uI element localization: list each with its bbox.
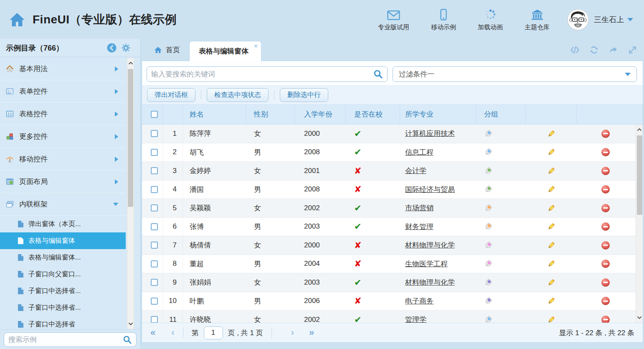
sidebar-group-layout[interactable]: 页面布局 xyxy=(0,171,126,193)
scrollbar-thumb[interactable] xyxy=(637,135,642,215)
tag-icon[interactable] xyxy=(484,222,492,231)
edit-icon[interactable] xyxy=(547,204,555,212)
tab-grid-edit-window[interactable]: 表格与编辑窗体 × xyxy=(189,41,261,61)
check-selection-button[interactable]: 检查选中项状态 xyxy=(207,88,269,102)
sidebar-subitem[interactable]: 表格与编辑窗体 xyxy=(0,232,126,249)
tab-home[interactable]: 首页 xyxy=(145,39,189,61)
tag-icon[interactable] xyxy=(484,316,492,323)
edit-icon[interactable] xyxy=(547,185,555,194)
row-checkbox[interactable] xyxy=(151,186,158,193)
delete-icon[interactable] xyxy=(601,148,610,156)
tag-icon[interactable] xyxy=(484,297,492,305)
sidebar-subitem[interactable]: 弹出窗体（本页... xyxy=(0,216,126,232)
scroll-down-icon[interactable] xyxy=(637,316,642,319)
col-header-group[interactable]: 分组 xyxy=(477,104,526,124)
sidebar-subitem[interactable]: 子窗口中选择省... xyxy=(0,283,126,299)
first-page-button[interactable]: « xyxy=(150,328,155,337)
tag-icon[interactable] xyxy=(484,278,492,287)
tag-icon[interactable] xyxy=(484,148,492,156)
filter-dropdown[interactable]: 过滤条件一 xyxy=(393,66,637,82)
delete-icon[interactable] xyxy=(601,260,610,268)
row-checkbox[interactable] xyxy=(151,223,158,230)
major-link[interactable]: 管理学 xyxy=(405,315,426,323)
edit-icon[interactable] xyxy=(547,222,555,231)
sidebar-group-grid[interactable]: 表格控件 xyxy=(0,103,126,125)
scroll-down-icon[interactable] xyxy=(128,322,133,326)
sidebar-scrollbar[interactable] xyxy=(127,58,134,329)
tag-icon[interactable] xyxy=(484,204,492,212)
major-link[interactable]: 电子商务 xyxy=(405,296,434,306)
major-link[interactable]: 计算机应用技术 xyxy=(405,129,455,138)
prev-page-button[interactable]: ‹ xyxy=(171,328,174,337)
refresh-icon[interactable] xyxy=(589,45,599,55)
table-scrollbar[interactable] xyxy=(636,125,643,323)
row-checkbox[interactable] xyxy=(151,242,158,249)
nav-item-loading-anim[interactable]: 加载动画 xyxy=(478,8,503,31)
tag-icon[interactable] xyxy=(484,241,492,250)
nav-item-mobile-demo[interactable]: 移动示例 xyxy=(431,8,456,31)
sidebar-group-basic[interactable]: 基本用法 xyxy=(0,58,126,80)
share-icon[interactable] xyxy=(609,45,618,55)
edit-icon[interactable] xyxy=(547,148,555,156)
delete-icon[interactable] xyxy=(601,204,610,212)
search-icon[interactable] xyxy=(373,69,383,79)
app-logo-home-icon[interactable] xyxy=(8,11,26,28)
sidebar-subitem[interactable]: 子窗口向父窗口... xyxy=(0,266,126,283)
delete-selected-button[interactable]: 删除选中行 xyxy=(280,88,328,102)
col-header-name[interactable]: 姓名 xyxy=(183,104,246,124)
col-header-major[interactable]: 所学专业 xyxy=(400,104,477,124)
scroll-up-icon[interactable] xyxy=(128,61,133,65)
fullscreen-icon[interactable] xyxy=(628,45,637,55)
major-link[interactable]: 生物医学工程 xyxy=(405,259,448,269)
close-icon[interactable]: × xyxy=(254,43,258,49)
edit-icon[interactable] xyxy=(547,260,555,268)
sidebar-subitem[interactable]: 表格与编辑窗体... xyxy=(0,249,126,266)
col-header-year[interactable]: 入学年份 xyxy=(295,104,346,124)
keyword-search-input[interactable] xyxy=(151,70,373,79)
edit-icon[interactable] xyxy=(547,241,555,250)
col-header-enrolled[interactable]: 是否在校 xyxy=(346,104,400,124)
delete-icon[interactable] xyxy=(601,316,610,323)
edit-icon[interactable] xyxy=(547,167,555,175)
major-link[interactable]: 财务管理 xyxy=(405,222,434,232)
row-checkbox[interactable] xyxy=(151,279,158,286)
delete-icon[interactable] xyxy=(601,185,610,194)
delete-icon[interactable] xyxy=(601,222,610,231)
row-checkbox[interactable] xyxy=(151,149,158,156)
nav-item-theme-store[interactable]: 主题仓库 xyxy=(525,8,550,31)
sidebar-group-form[interactable]: 表单控件 xyxy=(0,80,126,103)
collapse-sidebar-button[interactable] xyxy=(107,43,117,53)
delete-icon[interactable] xyxy=(601,241,610,250)
row-checkbox[interactable] xyxy=(151,167,158,174)
gear-icon[interactable] xyxy=(122,43,130,52)
sidebar-group-iframe[interactable]: 内联框架 xyxy=(0,193,126,216)
delete-icon[interactable] xyxy=(601,167,610,175)
major-link[interactable]: 材料物理与化学 xyxy=(405,278,455,287)
tag-icon[interactable] xyxy=(484,167,492,175)
sidebar-subitem[interactable]: 子窗口中选择省 xyxy=(0,316,126,329)
row-checkbox[interactable] xyxy=(151,130,158,137)
sidebar-subitem[interactable]: 子窗口中选择省... xyxy=(0,299,126,316)
major-link[interactable]: 会计学 xyxy=(405,166,426,176)
edit-icon[interactable] xyxy=(547,278,555,287)
sidebar-group-mobile[interactable]: 移动控件 xyxy=(0,148,126,171)
tag-icon[interactable] xyxy=(484,260,492,268)
tag-icon[interactable] xyxy=(484,130,492,138)
open-dialog-button[interactable]: 弹出对话框 xyxy=(147,88,195,102)
delete-icon[interactable] xyxy=(601,297,610,305)
sidebar-group-more[interactable]: 更多控件 xyxy=(0,125,126,148)
delete-icon[interactable] xyxy=(601,278,610,287)
edit-icon[interactable] xyxy=(547,316,555,323)
scrollbar-thumb[interactable] xyxy=(128,69,133,207)
search-icon[interactable] xyxy=(123,335,132,344)
row-checkbox[interactable] xyxy=(151,204,158,211)
row-checkbox[interactable] xyxy=(151,260,158,267)
major-link[interactable]: 材料物理与化学 xyxy=(405,240,455,250)
scroll-up-icon[interactable] xyxy=(637,128,642,131)
col-header-gender[interactable]: 性别 xyxy=(246,104,295,124)
tag-icon[interactable] xyxy=(484,185,492,194)
page-number-input[interactable] xyxy=(204,326,223,339)
delete-icon[interactable] xyxy=(601,130,610,138)
next-page-button[interactable]: › xyxy=(291,328,294,337)
major-link[interactable]: 市场营销 xyxy=(405,203,434,213)
